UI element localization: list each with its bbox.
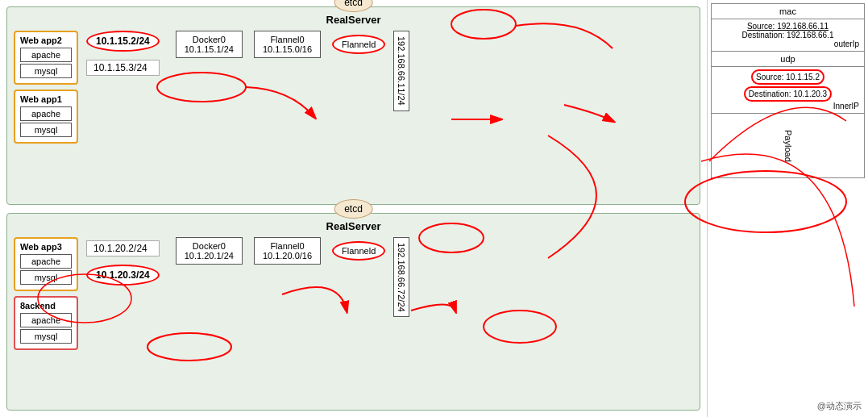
bottom-server-title: RealServer [14, 220, 693, 232]
backend-box: 8ackend apache mysql [14, 296, 78, 350]
top-ip-oval: 10.1.15.2/24 [86, 31, 160, 52]
webapp3-box: Web app3 apache mysql [14, 237, 78, 291]
webapp2-box: Web app2 apache mysql [14, 31, 78, 85]
top-left-col: Web app2 apache mysql Web app1 apache my… [14, 31, 78, 144]
webapp2-mysql: mysql [20, 64, 72, 78]
right-table: mac Source: 192.168.66.11 Destination: 1… [711, 3, 865, 178]
webapp3-apache: apache [20, 254, 72, 269]
top-ip-plain: 10.1.15.3/24 [86, 60, 160, 76]
top-docker0: Docker0 10.1.15.1/24 [176, 31, 243, 58]
col-outerip: Source: 192.168.66.11 Destination: 192.1… [712, 19, 865, 52]
top-server-title: RealServer [14, 14, 693, 26]
webapp3-title: Web app3 [20, 242, 72, 252]
webapp1-mysql: mysql [20, 123, 72, 137]
innerip-label: InnerIP [716, 102, 859, 111]
bottom-flannel0: Flannel0 10.1.20.0/16 [254, 237, 321, 265]
source1-label: Source: 192.168.66.11 [716, 22, 859, 31]
bottom-network-components: Docker0 10.1.20.1/24 Flannel0 10.1.20.0/… [176, 237, 386, 265]
top-middle-col: 10.1.15.2/24 10.1.15.3/24 [86, 31, 160, 79]
bottom-docker0: Docker0 10.1.20.1/24 [176, 237, 243, 265]
bottom-etcd: etcd [334, 199, 373, 219]
source2-oval: Source: 10.1.15.2 [751, 69, 824, 85]
col-payload: Payload [712, 114, 865, 178]
webapp2-title: Web app2 [20, 35, 72, 45]
bottom-middle-col: 10.1.20.2/24 10.1.20.3/24 [86, 237, 160, 286]
top-network-components: Docker0 10.1.15.1/24 Flannel0 10.1.15.0/… [176, 31, 386, 58]
top-flannel0: Flannel0 10.1.15.0/16 [254, 31, 321, 58]
col-innerip: Source: 10.1.15.2 Destination: 10.1.20.3… [712, 67, 865, 114]
top-flanneld: Flanneld [332, 35, 385, 54]
outerip-label: outerIp [716, 40, 859, 48]
webapp1-title: Web app1 [20, 94, 72, 104]
main-container: etcd RealServer Web app2 apache mysql We… [0, 0, 868, 417]
bottom-ip-plain-top: 10.1.20.2/24 [86, 240, 160, 256]
backend-apache: apache [20, 313, 72, 327]
backend-title: 8ackend [20, 301, 72, 311]
top-etcd: etcd [334, 0, 373, 12]
right-panel: mac Source: 192.168.66.11 Destination: 1… [707, 0, 868, 417]
webapp1-box: Web app1 apache mysql [14, 90, 78, 144]
bottom-server-block: etcd RealServer Web app3 apache mysql 8a… [6, 213, 700, 411]
bottom-vert-ip: 192.168.66.72/24 [393, 237, 409, 318]
top-server-block: etcd RealServer Web app2 apache mysql We… [6, 6, 700, 205]
left-diagrams: etcd RealServer Web app2 apache mysql We… [0, 0, 707, 417]
top-vert-ip: 192.168.66.11/24 [393, 31, 409, 111]
bottom-left-col: Web app3 apache mysql 8ackend apache mys… [14, 237, 78, 350]
webapp3-mysql: mysql [20, 270, 72, 285]
backend-mysql: mysql [20, 329, 72, 344]
watermark: @动态演示 [817, 400, 862, 412]
webapp1-apache: apache [20, 106, 72, 121]
bottom-flanneld: Flanneld [332, 241, 385, 261]
col-mac: mac [712, 4, 865, 19]
dest2-oval: Destination: 10.1.20.3 [744, 86, 832, 102]
webapp2-apache: apache [20, 48, 72, 62]
dest1-label: Destination: 192.168.66.1 [716, 31, 859, 40]
bottom-ip-oval: 10.1.20.3/24 [86, 265, 160, 286]
col-udp: udp [712, 52, 865, 67]
